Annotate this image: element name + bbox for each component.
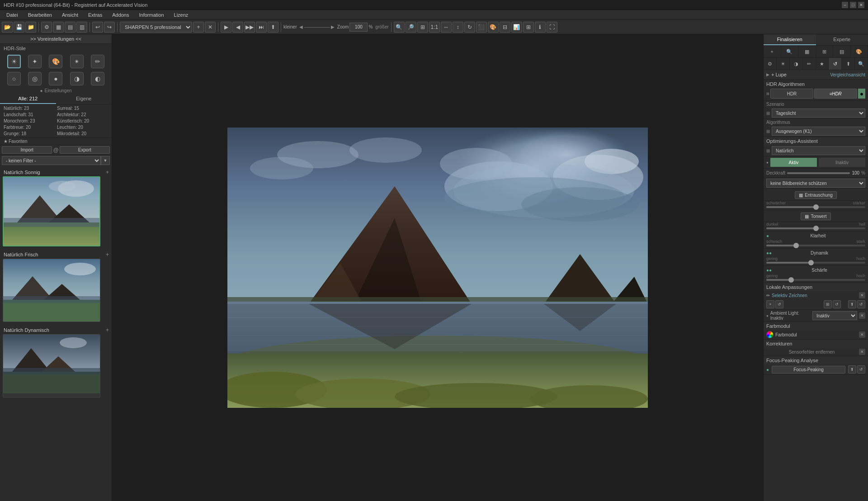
menu-bearbeiten[interactable]: Bearbeiten: [24, 11, 57, 19]
export-btn[interactable]: Export: [60, 146, 110, 154]
stat-monochrom[interactable]: Monochrom: 23: [3, 118, 56, 124]
schaerfe-slider[interactable]: [766, 279, 865, 281]
tb-crop[interactable]: ⬛: [476, 22, 487, 33]
r-auto-icon[interactable]: ↺: [829, 58, 842, 70]
focus-icon2[interactable]: ↺: [857, 365, 865, 373]
stat-farbtreue[interactable]: Farbtreue: 20: [3, 124, 56, 130]
sensor-close-btn[interactable]: ✕: [859, 349, 865, 355]
style-hdr[interactable]: ✦: [28, 55, 42, 68]
stat-grunge[interactable]: Grunge: 18: [3, 131, 56, 137]
optim-select[interactable]: Natürlich: [772, 146, 865, 155]
aktiv-btn[interactable]: Aktiv: [770, 158, 817, 167]
style-color[interactable]: 🎨: [49, 55, 62, 68]
minimize-button[interactable]: –: [842, 2, 848, 8]
tb-view2[interactable]: ▥: [76, 22, 87, 33]
stat-leuchten[interactable]: Leuchten: 20: [56, 124, 109, 130]
r-share-icon[interactable]: ⬆: [842, 58, 855, 70]
local-add-btn[interactable]: +: [766, 300, 774, 308]
stat-kuenstlerisch[interactable]: Künstlerisch: 20: [56, 118, 109, 124]
r-compare-icon[interactable]: ⊞: [816, 46, 834, 57]
tb-v-flip[interactable]: ↕: [453, 22, 463, 33]
menu-ansicht[interactable]: Ansicht: [57, 11, 83, 19]
tb-color[interactable]: 🎨: [488, 22, 499, 33]
farbmodul-close-btn[interactable]: ✕: [859, 331, 865, 338]
tb-new[interactable]: 📂: [2, 22, 13, 33]
tb-redo[interactable]: ↪: [104, 22, 115, 33]
preset-thumb-frisch[interactable]: [3, 259, 100, 322]
tb-zoom-in[interactable]: 🔍: [394, 22, 405, 33]
stat-landschaft[interactable]: Landschaft: 31: [3, 112, 56, 118]
vergleichsansicht-link[interactable]: Vergleichsansicht: [830, 72, 865, 77]
local-down-btn[interactable]: ↺: [857, 300, 865, 308]
szenario-select[interactable]: Tageslicht: [772, 109, 865, 118]
style-circle5[interactable]: ◐: [91, 72, 104, 85]
style-circle2[interactable]: ◎: [28, 72, 42, 85]
r-color-icon[interactable]: 🎨: [851, 46, 868, 57]
focus-btn[interactable]: Focus-Peaking: [772, 366, 845, 373]
stat-surreal[interactable]: Surreal: 15: [56, 105, 109, 111]
stat-mikrodetail[interactable]: Mikrodetail: 20: [56, 131, 109, 137]
stat-architektur[interactable]: Architektur: 22: [56, 112, 109, 118]
dynamik-slider[interactable]: [766, 262, 865, 264]
preset-dropdown[interactable]: SHARPEN 5 professional: [120, 22, 192, 33]
style-natural[interactable]: ☀: [7, 55, 21, 68]
algo-active-dot[interactable]: ●: [858, 89, 865, 99]
ambient-close-btn[interactable]: ✕: [859, 312, 865, 319]
tb-compare[interactable]: ⊞: [523, 22, 534, 33]
tb-open[interactable]: 📁: [25, 22, 36, 33]
tb-fullscreen[interactable]: ⛶: [547, 22, 557, 33]
ambient-select[interactable]: Inaktiv: [812, 311, 857, 320]
style-circle4[interactable]: ◑: [70, 72, 84, 85]
ambient-dot-icon[interactable]: ●: [766, 314, 769, 318]
lupe-header[interactable]: ▶ + Lupe Vergleichsansicht: [764, 70, 868, 80]
tb-prev[interactable]: ◀: [232, 22, 243, 33]
local-copy-btn[interactable]: ⊞: [824, 300, 832, 308]
tb-histogram[interactable]: 📊: [511, 22, 522, 33]
tb-play[interactable]: ▶: [221, 22, 231, 33]
r-layout-icon[interactable]: ▤: [833, 46, 851, 57]
tb-zoom-out[interactable]: 🔎: [406, 22, 416, 33]
maximize-button[interactable]: □: [850, 2, 856, 8]
r-zoom2-icon[interactable]: 🔍: [855, 58, 868, 70]
tb-view1[interactable]: ▤: [65, 22, 75, 33]
tab-experte[interactable]: Experte: [816, 34, 868, 45]
hdr-btn[interactable]: HDR: [770, 89, 813, 99]
tonwert-slider[interactable]: [766, 227, 865, 229]
algorithmus-select[interactable]: Ausgewogen (K1): [772, 127, 865, 136]
local-up-btn[interactable]: ⬆: [848, 300, 856, 308]
preset-fav-dynamisch[interactable]: +: [106, 327, 109, 333]
entrauschung-btn[interactable]: ▦ Entrauschung: [795, 191, 837, 199]
tb-1to1[interactable]: 1:1: [429, 22, 440, 33]
tb-settings[interactable]: ⚙: [41, 22, 52, 33]
menu-lizenz[interactable]: Lizenz: [170, 11, 193, 19]
menu-datei[interactable]: Datei: [2, 11, 23, 19]
tb-layers[interactable]: ⊟: [500, 22, 510, 33]
tb-end[interactable]: ⏭: [256, 22, 267, 33]
selektiv-btn[interactable]: Selektiv Zeichnen: [772, 293, 857, 298]
presets-header[interactable]: >> Voreinstellungen <<: [0, 34, 112, 44]
tb-rotate[interactable]: ↻: [464, 22, 475, 33]
inaktiv-btn[interactable]: Inaktiv: [819, 158, 865, 167]
preset-fav-sonnig[interactable]: +: [106, 169, 109, 175]
filter-down-icon[interactable]: ▼: [101, 156, 110, 165]
style-star[interactable]: ✴: [70, 55, 84, 68]
stat-natuerlich[interactable]: Natürlich: 23: [3, 105, 56, 111]
r-grid-icon[interactable]: ▦: [798, 46, 816, 57]
entrauschung-slider[interactable]: [766, 206, 865, 208]
r-zoom-icon[interactable]: 🔍: [781, 46, 799, 57]
tonwert-btn[interactable]: ▦ Tonwert: [801, 213, 830, 220]
focus-icon1[interactable]: ⬆: [848, 365, 856, 373]
style-edit[interactable]: ✏: [91, 55, 104, 68]
preset-thumb-sonnig[interactable]: [3, 176, 100, 246]
local-sync-btn[interactable]: ↺: [775, 300, 783, 308]
tb-remove-preset[interactable]: ✕: [205, 22, 216, 33]
preset-fav-frisch[interactable]: +: [106, 251, 109, 258]
tab-own[interactable]: Eigene: [56, 94, 112, 104]
tb-next[interactable]: ▶▶: [244, 22, 255, 33]
deck-slider[interactable]: [787, 172, 850, 174]
tb-grid[interactable]: ▦: [53, 22, 64, 33]
style-circle1[interactable]: ○: [7, 72, 21, 85]
klarheit-slider[interactable]: [766, 245, 865, 246]
tab-all[interactable]: Alle: 212: [0, 94, 56, 104]
tb-save[interactable]: 💾: [14, 22, 24, 33]
